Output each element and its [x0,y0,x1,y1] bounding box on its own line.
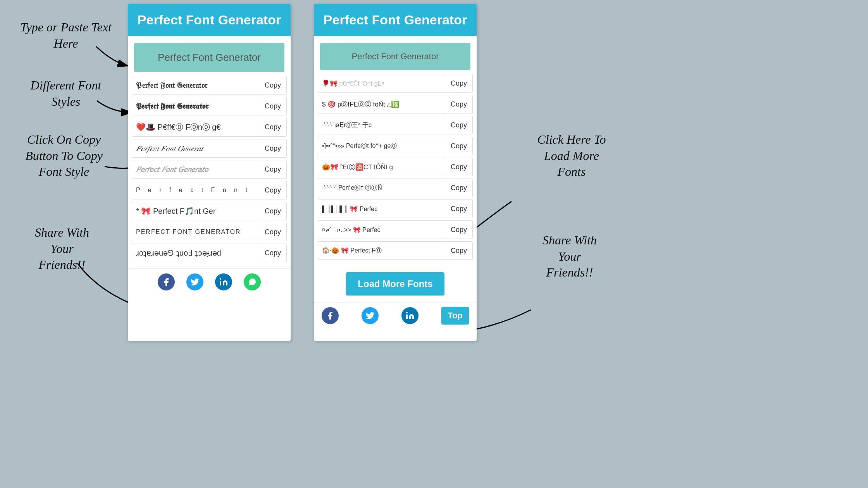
table-row: •]••°°•»» PеrfеⓄt fo^+ geⓄ Copy [318,137,473,155]
svg-rect-3 [406,314,408,319]
copy-button[interactable]: Copy [259,224,286,240]
font-display: 𝘗𝘦𝘳𝘧𝘦𝘤𝘵 𝘍𝘰𝘯𝘵 𝘎𝘦𝘯𝘦𝘳𝘢𝘵𝘰 [132,160,259,178]
social-bar-2: Top [314,302,477,329]
font-list-1: 𝔓𝔢𝔯𝔣𝔢𝔠𝔱 𝔉𝔬𝔫𝔱 𝔊𝔢𝔫𝔢𝔯𝔞𝔱𝔬𝔯 Copy 𝕻𝖊𝖗𝖋𝖊𝖈𝖙 𝕱𝖔𝖓𝖙… [128,76,291,268]
annotation-click-copy: Click On CopyButton To CopyFont Style [8,132,120,180]
text-input-2[interactable] [320,43,470,70]
table-row: 🎃🎀 ᴾEf⓪🈵CT fÔÑt g Copy [318,158,473,176]
font-display: 🌹🎀 p€rf€Čt 'Ont gEⁿ [318,74,445,92]
table-row: 𝕻𝖊𝖗𝖋𝖊𝖈𝖙 𝕱𝖔𝖓𝖙 𝕲𝖊𝖓𝖊𝖗𝖆𝖙𝖔𝖗 Copy [132,97,287,115]
copy-button[interactable]: Copy [259,141,286,156]
twitter-icon-2[interactable] [362,307,379,324]
linkedin-icon-2[interactable] [401,307,418,324]
copy-button[interactable]: Copy [445,222,472,238]
table-row: 🏠·🎃 🎀 Perfect Fⓖ Copy [318,241,473,260]
panel-1: Perfect Font Generator 𝔓𝔢𝔯𝔣𝔢𝔠𝔱 𝔉𝔬𝔫𝔱 𝔊𝔢𝔫𝔢… [128,4,291,341]
font-display: $ 🎯 p⓪fFE⓪⓪ foÑt ¿🈯 [318,95,445,113]
font-display: ·'·'·'·'·' РеяʼеⓀт ⓓⓄÑ [318,179,445,197]
table-row: 𝔓𝔢𝔯𝔣𝔢𝔠𝔱 𝔉𝔬𝔫𝔱 𝔊𝔢𝔫𝔢𝔯𝔞𝔱𝔬𝔯 Copy [132,76,287,95]
copy-button[interactable]: Copy [445,138,472,154]
font-display: 🏠·🎃 🎀 Perfect Fⓖ [318,242,445,259]
copy-button[interactable]: Copy [259,98,286,114]
linkedin-icon[interactable] [215,273,232,290]
copy-button[interactable]: Copy [259,203,286,219]
table-row: ɹoʇɐɹǝuǝ⅁ ʇuoℲ ʇɔǝɟɹǝd Copy [132,244,287,262]
top-button[interactable]: Top [441,307,469,325]
table-row: PERFECT FONT GENERATOR Copy [132,223,287,241]
svg-rect-1 [220,281,221,285]
copy-button[interactable]: Copy [259,245,286,261]
copy-button[interactable]: Copy [259,162,286,177]
svg-point-4 [406,312,408,313]
table-row: * 🎀 Perfect F🎵nt Ger Copy [132,202,287,220]
table-row: ❤️🎩 P€ff€⓪ F⓪n⓪ g€ Copy [132,118,287,137]
table-row: 🌹🎀 p€rf€Čt 'Ont gEⁿ Copy [318,74,473,93]
copy-button[interactable]: Copy [259,77,286,93]
copy-button[interactable]: Copy [445,201,472,217]
load-more-button[interactable]: Load More Fonts [346,272,444,296]
copy-button[interactable]: Copy [259,182,286,198]
font-display: 🎃🎀 ᴾEf⓪🈵CT fÔÑt g [318,158,445,176]
annotation-diff-font: Different FontStyles [12,77,120,110]
font-display: ❤️🎩 P€ff€⓪ F⓪n⓪ g€ [132,118,259,136]
twitter-icon[interactable] [186,273,203,290]
annotation-share-left: Share WithYourFriends!! [16,225,108,273]
table-row: ·'·'·'·' ᵽĘr⓪王ᵃ 干c Copy [318,116,473,134]
whatsapp-icon[interactable] [244,273,261,290]
font-display: •]••°°•»» PеrfеⓄt fo^+ geⓄ [318,137,445,155]
text-input[interactable] [134,43,284,72]
copy-button[interactable]: Copy [445,180,472,196]
annotation-share-right: Share WithYourFriends!! [523,232,616,281]
font-display: 𝕻𝖊𝖗𝖋𝖊𝖈𝖙 𝕱𝖔𝖓𝖙 𝕲𝖊𝖓𝖊𝖗𝖆𝖙𝖔𝖗 [132,97,259,115]
social-bar-1 [128,268,291,296]
copy-button[interactable]: Copy [445,117,472,133]
font-list-2: 🌹🎀 p€rf€Čt 'Ont gEⁿ Copy $ 🎯 p⓪fFE⓪⓪ foÑ… [314,74,477,266]
table-row: ·'·'·'·'·' РеяʼеⓀт ⓓⓄÑ Copy [318,179,473,197]
font-display: * 🎀 Perfect F🎵nt Ger [132,202,259,220]
table-row: P e r f e c t F o n t Copy [132,181,287,199]
panel-2: Perfect Font Generator 🌹🎀 p€rf€Čt 'Ont g… [314,4,477,341]
table-row: ▌║▌║▌║ 🎀 Perfec Copy [318,199,473,218]
svg-point-2 [220,278,221,280]
font-display: 𝑃𝑒𝑟𝑓𝑒𝑐𝑡 𝐹𝑜𝑛𝑡 𝐺𝑒𝑛𝑒𝑟𝑎𝑡 [132,139,259,157]
copy-button[interactable]: Copy [259,119,286,135]
facebook-icon-2[interactable] [322,307,339,324]
table-row: $ 🎯 p⓪fFE⓪⓪ foÑt ¿🈯 Copy [318,95,473,113]
annotation-click-load: Click Here ToLoad MoreFonts [515,132,628,180]
copy-button[interactable]: Copy [445,243,472,259]
table-row: 𝘗𝘦𝘳𝘧𝘦𝘤𝘵 𝘍𝘰𝘯𝘵 𝘎𝘦𝘯𝘦𝘳𝘢𝘵𝘰 Copy [132,160,287,179]
annotation-type-paste: Type or Paste TextHere [12,19,120,52]
facebook-icon[interactable] [158,273,175,290]
table-row: ¤₎•°¯·₎•..>> 🎀 Perfec Copy [318,220,473,239]
panel2-header: Perfect Font Generator [314,4,477,36]
font-display: 𝔓𝔢𝔯𝔣𝔢𝔠𝔱 𝔉𝔬𝔫𝔱 𝔊𝔢𝔫𝔢𝔯𝔞𝔱𝔬𝔯 [132,76,259,94]
font-display: ¤₎•°¯·₎•..>> 🎀 Perfec [318,221,445,239]
copy-button[interactable]: Copy [445,96,472,112]
font-display: ·'·'·'·' ᵽĘr⓪王ᵃ 干c [318,116,445,134]
font-display: ▌║▌║▌║ 🎀 Perfec [318,200,445,218]
font-display: P e r f e c t F o n t [132,181,259,199]
panel1-header: Perfect Font Generator [128,4,291,36]
font-display: PERFECT FONT GENERATOR [132,223,259,241]
copy-button[interactable]: Copy [445,76,472,91]
copy-button[interactable]: Copy [445,159,472,175]
table-row: 𝑃𝑒𝑟𝑓𝑒𝑐𝑡 𝐹𝑜𝑛𝑡 𝐺𝑒𝑛𝑒𝑟𝑎𝑡 Copy [132,139,287,158]
font-display: ɹoʇɐɹǝuǝ⅁ ʇuoℲ ʇɔǝɟɹǝd [132,244,259,262]
